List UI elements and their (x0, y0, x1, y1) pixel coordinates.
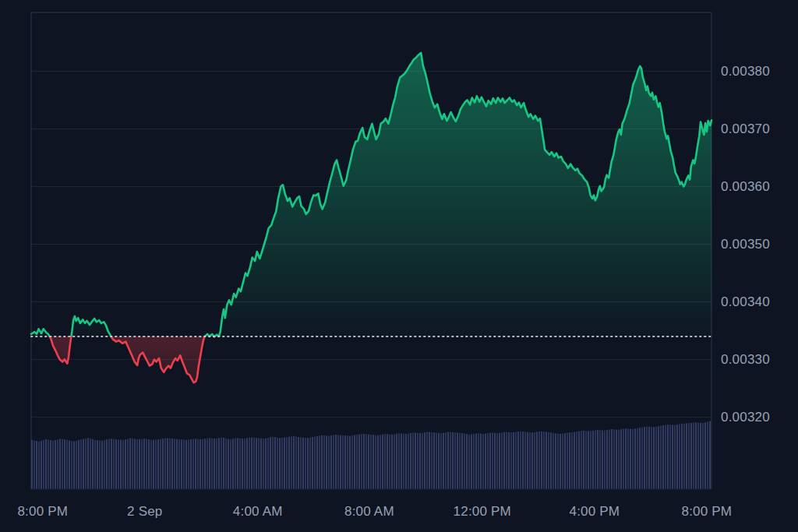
area-fill-up (31, 53, 711, 382)
x-axis-label: 2 Sep (106, 504, 184, 520)
price-series-up (31, 53, 711, 382)
x-axis-label: 8:00 AM (330, 504, 408, 520)
x-axis-label: 4:00 PM (556, 504, 634, 520)
x-axis-label: 4:00 AM (219, 504, 297, 520)
y-axis-label: 0.00370 (721, 122, 770, 137)
y-axis-label: 0.00330 (721, 352, 770, 368)
y-axis-label: 0.00340 (721, 294, 770, 310)
x-axis-label: 12:00 PM (443, 504, 521, 520)
x-axis-label: 8:00 PM (668, 504, 746, 520)
price-chart[interactable]: 0.003800.003700.003600.003500.003400.003… (0, 0, 798, 532)
y-axis-label: 0.00380 (721, 64, 770, 79)
x-axis-label: 8:00 PM (4, 504, 82, 520)
volume-bars (31, 421, 711, 489)
y-axis-label: 0.00360 (721, 179, 770, 195)
chart-canvas[interactable] (0, 0, 798, 532)
y-axis-label: 0.00350 (721, 237, 770, 252)
y-axis-label: 0.00320 (721, 410, 770, 425)
